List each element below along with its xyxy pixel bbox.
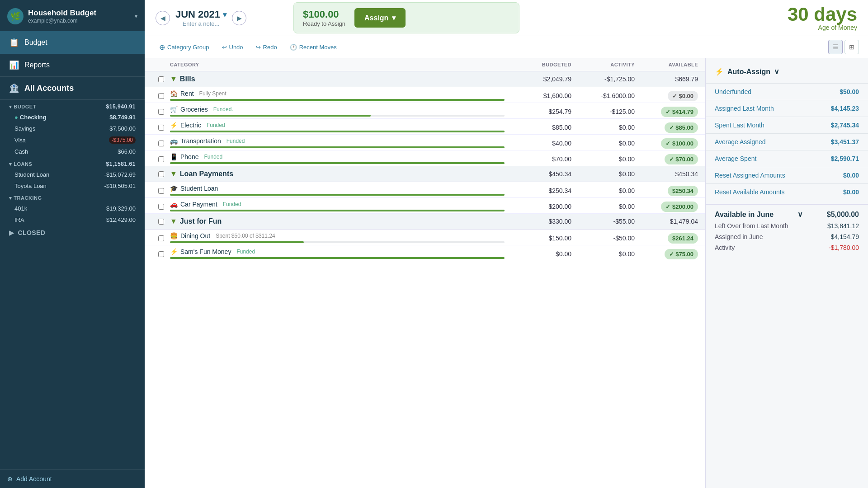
cat-car-payment-available: ✓ $200.00 — [635, 202, 698, 212]
sidebar-account-student-loan[interactable]: Student Loan -$15,072.69 — [0, 169, 145, 180]
cat-phone-name: 📱 Phone Funded — [170, 153, 505, 160]
sidebar-dropdown-icon[interactable]: ▾ — [135, 13, 137, 19]
cat-row-groceries[interactable]: 🛒 Groceries Funded. $254.79 -$125.00 ✓ $… — [145, 103, 705, 119]
stat-underfunded[interactable]: Underfunded $50.00 — [706, 83, 868, 100]
stat-reset-available[interactable]: Reset Available Amounts $0.00 — [706, 183, 868, 200]
group-loan-budgeted: $450.34 — [508, 170, 571, 178]
month-dropdown-icon: ▾ — [223, 10, 226, 19]
cat-row-rent[interactable]: 🏠 Rent Fully Spent $1,600.00 -$1,6000.00… — [145, 87, 705, 103]
cat-electric-name: ⚡ Electric Funded — [170, 122, 505, 129]
cat-row-student-loan[interactable]: 🎓 Student Loan $250.34 $0.00 $250.34 — [145, 182, 705, 198]
add-account-button[interactable]: ⊕ Add Account — [7, 475, 137, 483]
cat-rent-available: ✓ $0.00 — [635, 91, 698, 101]
app-logo: 🌿 — [7, 8, 24, 24]
sidebar-account-ira[interactable]: IRA $12,429.00 — [0, 214, 145, 225]
cat-row-car-payment[interactable]: 🚗 Car Payment Funded $200.00 $0.00 ✓ $20… — [145, 198, 705, 214]
group-loan-payments[interactable]: ▼ Loan Payments $450.34 $0.00 $450.34 — [145, 166, 705, 182]
assign-button[interactable]: Assign ▾ — [354, 8, 406, 28]
cat-row-dining-out[interactable]: 🍔 Dining Out Spent $50.00 of $311.24 $15… — [145, 230, 705, 245]
cat-phone-budgeted: $70.00 — [508, 155, 571, 163]
cat-sams-activity: $0.00 — [571, 250, 635, 258]
prev-month-button[interactable]: ◀ — [156, 11, 170, 25]
redo-button[interactable]: ↪ Redo — [250, 41, 283, 53]
sidebar-reports-label: Reports — [24, 61, 50, 69]
cat-dining-available: $261.24 — [635, 233, 698, 244]
stat-assigned-last-month[interactable]: Assigned Last Month $4,145.23 — [706, 100, 868, 117]
budget-content: CATEGORY BUDGETED ACTIVITY AVAILABLE ▼ B… — [145, 58, 868, 488]
cat-groceries-available: ✓ $414.79 — [635, 107, 698, 117]
th-activity: ACTIVITY — [571, 62, 635, 67]
add-category-group-button[interactable]: ⊕ Category Group — [154, 40, 215, 54]
cat-sams-available: ✓ $75.00 — [635, 249, 698, 259]
clock-icon: 🕐 — [290, 44, 297, 51]
recent-moves-button[interactable]: 🕐 Recent Moves — [284, 41, 342, 53]
group-bills-name: ▼ Bills — [170, 75, 508, 83]
cat-phone-available: ✓ $70.00 — [635, 154, 698, 164]
ready-amount: $100.00 — [303, 9, 345, 20]
month-note[interactable]: Enter a note... — [175, 20, 226, 27]
stat-reset-assigned[interactable]: Reset Assigned Amounts $0.00 — [706, 167, 868, 183]
topbar: ◀ JUN 2021 ▾ Enter a note... ▶ $100.00 R… — [145, 0, 868, 36]
available-in-june-header[interactable]: Available in June ∨ $5,000.00 — [715, 210, 859, 219]
available-in-june-label: Available in June — [715, 211, 774, 219]
th-budgeted: BUDGETED — [508, 62, 571, 67]
auto-assign-chevron-icon: ∨ — [774, 67, 779, 76]
lightning-icon: ⚡ — [715, 67, 724, 76]
group-checkbox[interactable] — [152, 76, 170, 82]
compact-view-button[interactable]: ⊞ — [844, 40, 859, 54]
cat-row-electric[interactable]: ⚡ Electric Funded $85.00 $0.00 ✓ $85.00 — [145, 119, 705, 135]
sidebar-section-tracking[interactable]: ▾ TRACKING — [0, 192, 145, 203]
sidebar-all-accounts[interactable]: 🏦 All Accounts — [0, 76, 145, 100]
aom-label: Age of Money — [788, 24, 857, 31]
group-just-for-fun[interactable]: ▼ Just for Fun $330.00 -$55.00 $1,479.04 — [145, 214, 705, 230]
group-bills[interactable]: ▼ Bills $2,049.79 -$1,725.00 $669.79 — [145, 71, 705, 87]
cat-row-transportation[interactable]: 🚌 Transportation Funded $40.00 $0.00 ✓ $… — [145, 135, 705, 150]
assign-dropdown-icon: ▾ — [392, 14, 396, 22]
list-view-button[interactable]: ☰ — [828, 40, 843, 54]
redo-icon: ↪ — [256, 44, 261, 51]
account-amount: $8,749.91 — [109, 114, 136, 121]
sidebar-header[interactable]: 🌿 Household Budget example@ynab.com ▾ — [0, 0, 145, 31]
aij-activity: Activity -$1,780.00 — [715, 240, 859, 251]
sidebar-account-visa[interactable]: Visa -$375.00 — [0, 134, 145, 146]
cat-row-phone[interactable]: 📱 Phone Funded $70.00 $0.00 ✓ $70.00 — [145, 150, 705, 166]
age-of-money: 30 days Age of Money — [788, 5, 857, 31]
sidebar-item-reports[interactable]: 📊 Reports — [0, 54, 145, 76]
sidebar-accounts-list: ▾ BUDGET $15,940.91 ●Checking $8,749.91 … — [0, 100, 145, 225]
group-bills-available: $669.79 — [635, 75, 698, 83]
cat-dining-budgeted: $150.00 — [508, 235, 571, 242]
next-month-button[interactable]: ▶ — [232, 11, 246, 25]
sidebar-footer: ⊕ Add Account — [0, 469, 145, 488]
group-fun-activity: -$55.00 — [571, 218, 635, 225]
stat-average-spent[interactable]: Average Spent $2,590.71 — [706, 150, 868, 167]
sidebar-item-budget[interactable]: 📋 Budget — [0, 31, 145, 54]
all-accounts-icon: 🏦 — [9, 83, 19, 93]
auto-assign-header[interactable]: ⚡ Auto-Assign ∨ — [706, 67, 868, 83]
cat-phone-activity: $0.00 — [571, 155, 635, 163]
plus-icon: ⊕ — [159, 43, 165, 52]
cat-student-loan-budgeted: $250.34 — [508, 187, 571, 194]
cat-dining-activity: -$50.00 — [571, 235, 635, 242]
stat-average-assigned[interactable]: Average Assigned $3,451.37 — [706, 133, 868, 150]
account-amount-negative: -$375.00 — [109, 136, 136, 144]
available-in-june: Available in June ∨ $5,000.00 Left Over … — [706, 204, 868, 257]
sidebar-closed-section[interactable]: ▶ CLOSED — [0, 225, 145, 240]
sidebar-account-checking[interactable]: ●Checking $8,749.91 — [0, 112, 145, 123]
month-navigation: ◀ JUN 2021 ▾ Enter a note... ▶ — [156, 9, 246, 27]
sidebar-account-toyota-loan[interactable]: Toyota Loan -$10,505.01 — [0, 180, 145, 192]
sidebar-account-cash[interactable]: Cash $66.00 — [0, 146, 145, 157]
sidebar-account-savings[interactable]: Savings $7,500.00 — [0, 123, 145, 134]
sidebar-section-budget[interactable]: ▾ BUDGET $15,940.91 — [0, 100, 145, 112]
cat-car-payment-name: 🚗 Car Payment Funded — [170, 201, 505, 208]
th-category: CATEGORY — [170, 62, 508, 67]
sidebar-account-401k[interactable]: 401k $19,329.00 — [0, 203, 145, 214]
cat-sams-fun-money-name: ⚡ Sam's Fun Money Funded — [170, 248, 505, 255]
cat-transportation-budgeted: $40.00 — [508, 140, 571, 147]
group-loan-available: $450.34 — [635, 170, 698, 178]
sidebar-section-loans[interactable]: ▾ LOANS $1,1581.61 — [0, 157, 145, 169]
stat-spent-last-month[interactable]: Spent Last Month $2,745.34 — [706, 117, 868, 133]
cat-row-sams-fun-money[interactable]: ⚡ Sam's Fun Money Funded $0.00 $0.00 ✓ $… — [145, 245, 705, 261]
sidebar-budget-label: Budget — [24, 38, 47, 47]
undo-button[interactable]: ↩ Undo — [217, 41, 249, 53]
current-month[interactable]: JUN 2021 ▾ — [175, 9, 226, 20]
